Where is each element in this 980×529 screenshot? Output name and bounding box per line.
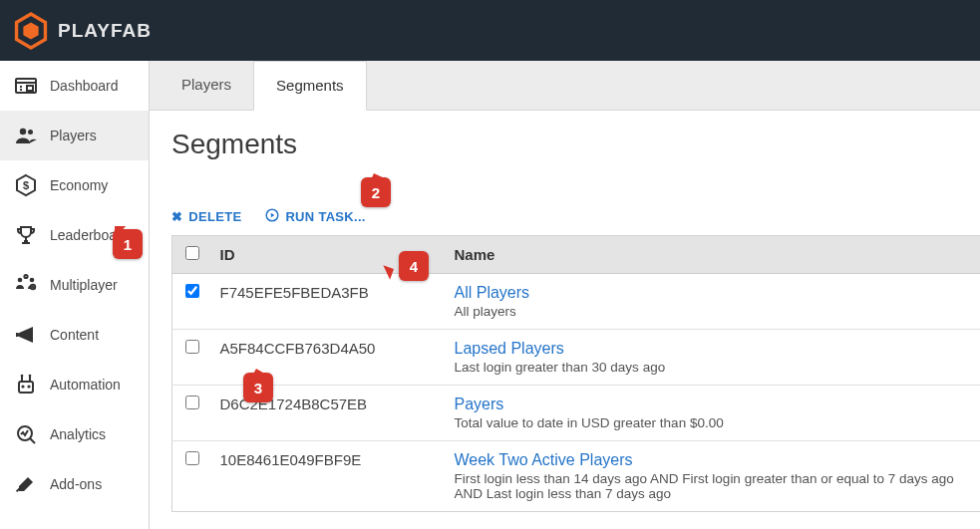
table-row: A5F84CCFB763D4A50Lapsed PlayersLast logi… xyxy=(172,330,981,386)
select-all-checkbox[interactable] xyxy=(185,246,199,260)
segment-cell: Week Two Active PlayersFirst login less … xyxy=(447,441,981,512)
callout-3: 3 xyxy=(243,373,273,402)
svg-point-28 xyxy=(18,426,32,440)
segment-cell: PayersTotal value to date in USD greater… xyxy=(447,386,981,441)
table-row: F745EFE5FBEDA3FBAll PlayersAll players xyxy=(172,274,981,330)
row-checkbox-cell xyxy=(172,330,212,386)
tabs-bar: Players Segments xyxy=(150,61,980,111)
svg-rect-21 xyxy=(19,382,33,393)
content-icon xyxy=(14,323,38,347)
playfab-logo-icon xyxy=(14,12,48,50)
svg-point-15 xyxy=(30,278,35,283)
segment-id: F745EFE5FBEDA3FB xyxy=(212,274,447,330)
tab-players[interactable]: Players xyxy=(160,61,253,111)
sidebar-item-label: Economy xyxy=(50,177,108,193)
segment-description: Total value to date in USD greater than … xyxy=(455,415,973,430)
sidebar-item-dashboard[interactable]: Dashboard xyxy=(0,61,149,111)
analytics-icon xyxy=(14,422,38,446)
segment-cell: All PlayersAll players xyxy=(447,274,981,330)
segment-name-link[interactable]: Week Two Active Players xyxy=(455,451,973,469)
callout-2: 2 xyxy=(361,177,391,207)
segment-description: All players xyxy=(455,304,973,319)
sidebar-item-economy[interactable]: $ Economy xyxy=(0,160,149,210)
header-checkbox-cell xyxy=(172,236,212,274)
sidebar-item-multiplayer[interactable]: Multiplayer xyxy=(0,260,149,310)
addons-icon xyxy=(14,472,38,496)
app-header: PLAYFAB xyxy=(0,0,980,61)
svg-point-16 xyxy=(24,275,27,278)
svg-text:$: $ xyxy=(23,179,29,191)
sidebar: Dashboard Players $ Economy Leaderboards… xyxy=(0,61,150,529)
row-checkbox[interactable] xyxy=(185,396,199,409)
brand-block[interactable]: PLAYFAB xyxy=(14,12,152,50)
delete-button[interactable]: ✖ DELETE xyxy=(171,208,241,225)
svg-point-26 xyxy=(21,375,24,378)
svg-point-14 xyxy=(18,278,23,283)
sidebar-item-label: Analytics xyxy=(50,426,106,442)
sidebar-item-automation[interactable]: Automation xyxy=(0,360,149,409)
svg-point-22 xyxy=(21,385,24,388)
svg-line-29 xyxy=(30,438,35,443)
row-checkbox[interactable] xyxy=(185,340,199,354)
segments-table: ID Name F745EFE5FBEDA3FBAll PlayersAll p… xyxy=(171,235,980,512)
economy-icon: $ xyxy=(14,173,38,197)
automation-icon xyxy=(14,373,38,397)
row-checkbox-cell xyxy=(172,441,212,512)
multiplayer-icon xyxy=(14,273,38,297)
sidebar-item-label: Add-ons xyxy=(50,476,102,492)
players-icon xyxy=(14,124,38,147)
segment-id: 10E8461E049FBF9E xyxy=(212,441,447,512)
segment-description: Last login greater than 30 days ago xyxy=(455,360,973,375)
delete-icon: ✖ xyxy=(171,209,182,224)
leaderboards-icon xyxy=(14,223,38,247)
row-checkbox-cell xyxy=(172,386,212,441)
row-checkbox[interactable] xyxy=(185,451,199,465)
svg-rect-6 xyxy=(27,86,33,91)
sidebar-item-label: Multiplayer xyxy=(50,277,118,293)
row-checkbox[interactable] xyxy=(185,284,199,298)
svg-marker-1 xyxy=(23,22,38,39)
sidebar-item-addons[interactable]: Add-ons xyxy=(0,459,149,509)
tab-segments[interactable]: Segments xyxy=(253,61,367,111)
delete-label: DELETE xyxy=(188,209,241,224)
sidebar-item-label: Players xyxy=(50,128,97,143)
callout-1: 1 xyxy=(113,229,143,259)
table-header-row: ID Name xyxy=(172,236,981,274)
run-task-button[interactable]: RUN TASK... xyxy=(265,208,365,225)
sidebar-item-label: Dashboard xyxy=(50,78,119,94)
svg-point-8 xyxy=(28,130,33,134)
svg-point-23 xyxy=(27,385,30,388)
callout-4: 4 xyxy=(399,251,429,281)
action-bar: ✖ DELETE RUN TASK... xyxy=(171,208,980,225)
segment-name-link[interactable]: Lapsed Players xyxy=(455,340,973,358)
segment-cell: Lapsed PlayersLast login greater than 30… xyxy=(447,330,981,386)
row-checkbox-cell xyxy=(172,274,212,330)
segment-description: First login less than 14 days ago AND Fi… xyxy=(455,471,973,501)
svg-marker-32 xyxy=(271,213,275,218)
svg-point-27 xyxy=(29,375,32,378)
dashboard-icon xyxy=(14,74,38,98)
table-row: D6C2E1724B8C57EBPayersTotal value to dat… xyxy=(172,386,981,441)
run-task-label: RUN TASK... xyxy=(285,209,365,224)
sidebar-item-content[interactable]: Content xyxy=(0,310,149,360)
brand-text: PLAYFAB xyxy=(58,20,152,42)
svg-rect-20 xyxy=(16,333,18,337)
segment-name-link[interactable]: All Players xyxy=(455,284,973,302)
table-row: 10E8461E049FBF9EWeek Two Active PlayersF… xyxy=(172,441,981,512)
sidebar-item-label: Automation xyxy=(50,377,121,393)
play-icon xyxy=(265,208,279,225)
header-name[interactable]: Name xyxy=(447,236,981,274)
sidebar-item-label: Content xyxy=(50,327,99,343)
svg-point-7 xyxy=(20,129,26,134)
segment-name-link[interactable]: Payers xyxy=(455,396,973,413)
sidebar-item-analytics[interactable]: Analytics xyxy=(0,409,149,459)
page-title: Segments xyxy=(171,129,980,160)
main-content: Players Segments Segments ✖ DELETE RUN T… xyxy=(150,61,980,529)
sidebar-item-players[interactable]: Players xyxy=(0,111,149,160)
